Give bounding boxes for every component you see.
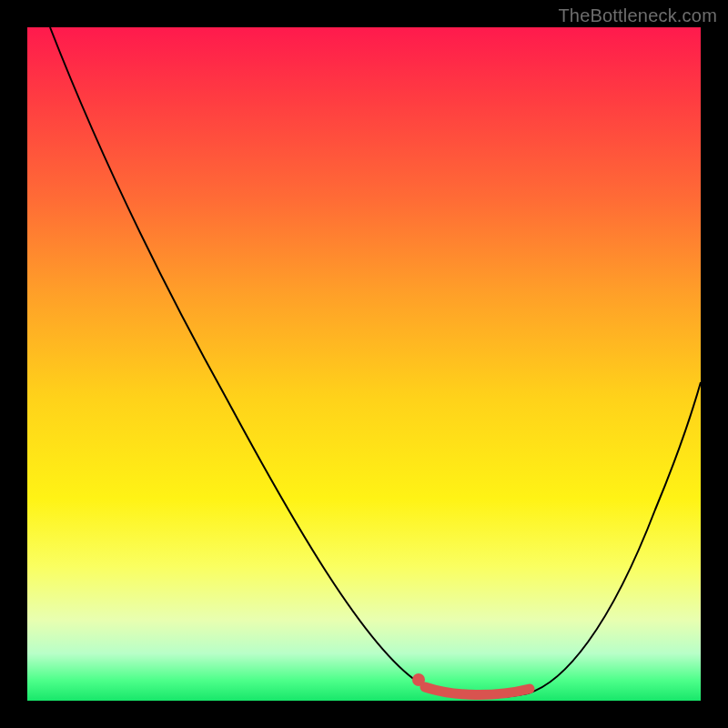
watermark-text: TheBottleneck.com xyxy=(558,5,717,26)
chart-svg xyxy=(0,0,728,728)
bottleneck-curve xyxy=(50,27,701,697)
chart-frame: TheBottleneck.com xyxy=(0,0,728,728)
highlight-range xyxy=(425,687,530,695)
